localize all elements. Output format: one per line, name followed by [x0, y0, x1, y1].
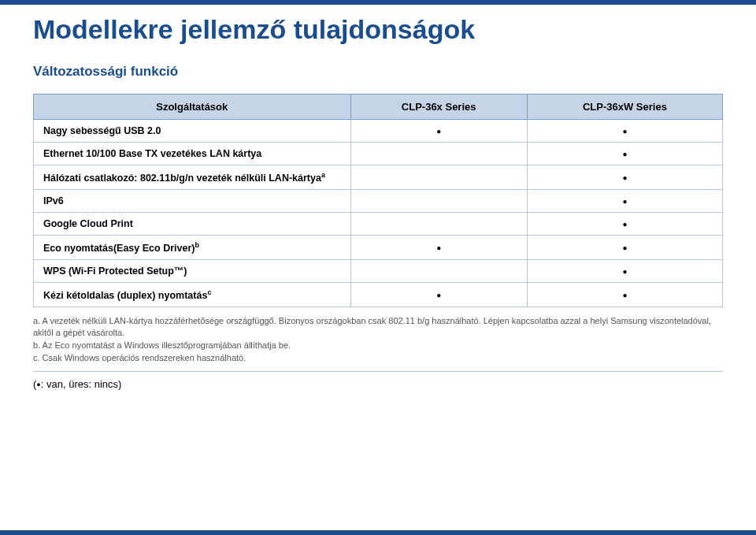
table-header-row: Szolgáltatások CLP-36x Series CLP-36xW S… [34, 95, 723, 120]
row-mark-col1: ● [350, 120, 527, 143]
footnote-a: a. A vezeték nélküli LAN-kártya hozzáfér… [33, 315, 723, 339]
row-label: WPS (Wi-Fi Protected Setup™) [34, 260, 351, 283]
row-label: Eco nyomtatás(Easy Eco Driver)b [34, 236, 351, 260]
row-mark-col2: ● [527, 260, 722, 283]
row-mark-col2: ● [527, 213, 722, 236]
document-content: Modellekre jellemző tulajdonságok Változ… [0, 5, 756, 414]
footnote-b: b. Az Eco nyomtatást a Windows illesztőp… [33, 340, 723, 351]
table-row: WPS (Wi-Fi Protected Setup™)● [34, 260, 723, 283]
footnotes-section: a. A vezeték nélküli LAN-kártya hozzáfér… [33, 315, 723, 371]
row-label: Google Cloud Print [34, 213, 351, 236]
table-row: Ethernet 10/100 Base TX vezetékes LAN ká… [34, 143, 723, 165]
header-service: Szolgáltatások [34, 95, 351, 120]
section-subtitle: Változatossági funkció [33, 64, 723, 80]
legend-text: (●: van, üres: nincs) [33, 378, 723, 390]
row-mark-col2: ● [527, 143, 722, 165]
row-mark-col1 [350, 190, 527, 213]
table-row: Nagy sebességű USB 2.0●● [34, 120, 723, 143]
table-row: Eco nyomtatás(Easy Eco Driver)b●● [34, 236, 723, 260]
row-label: Hálózati csatlakozó: 802.11b/g/n vezeték… [34, 165, 351, 190]
footnote-sup: a [321, 171, 325, 179]
row-label: Ethernet 10/100 Base TX vezetékes LAN ká… [34, 143, 351, 165]
row-mark-col2: ● [527, 236, 722, 260]
footnote-sup: b [195, 241, 199, 249]
row-mark-col1 [350, 165, 527, 190]
row-mark-col1 [350, 260, 527, 283]
footnote-c: c. Csak Windows operációs rendszereken h… [33, 352, 723, 364]
row-mark-col1: ● [350, 283, 527, 307]
row-label: Nagy sebességű USB 2.0 [34, 120, 351, 143]
row-label: IPv6 [34, 190, 351, 213]
row-mark-col2: ● [527, 283, 722, 307]
row-mark-col1: ● [350, 236, 527, 260]
features-table: Szolgáltatások CLP-36x Series CLP-36xW S… [33, 94, 723, 307]
row-mark-col2: ● [527, 120, 722, 143]
row-mark-col1 [350, 143, 527, 165]
row-mark-col2: ● [527, 165, 722, 190]
row-mark-col2: ● [527, 190, 722, 213]
page-title: Modellekre jellemző tulajdonságok [33, 14, 723, 45]
row-mark-col1 [350, 213, 527, 236]
table-row: IPv6● [34, 190, 723, 213]
header-col1: CLP-36x Series [350, 95, 527, 120]
header-col2: CLP-36xW Series [527, 95, 722, 120]
table-row: Kézi kétoldalas (duplex) nyomtatásc●● [34, 283, 723, 307]
footnote-sup: c [207, 288, 211, 296]
table-row: Google Cloud Print● [34, 213, 723, 236]
table-row: Hálózati csatlakozó: 802.11b/g/n vezeték… [34, 165, 723, 190]
row-label: Kézi kétoldalas (duplex) nyomtatásc [34, 283, 351, 307]
